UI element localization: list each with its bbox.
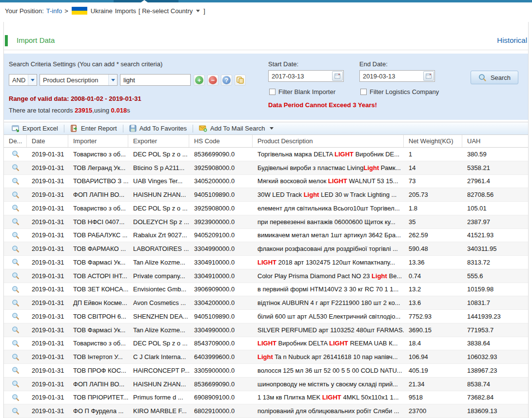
table-row[interactable]: 2019-01-31ТОВ Легранд Ук...Bticino S p A… <box>4 161 528 175</box>
importer-cell: ФОП ЛАПІН ВО... <box>68 380 128 388</box>
detail-magnifier-icon[interactable] <box>12 299 20 307</box>
uah-cell: 27961.4 <box>462 177 528 185</box>
detail-magnifier-icon[interactable] <box>12 285 20 293</box>
uah-cell: 8538.74 <box>462 380 528 388</box>
description-text: Color Play Prisma Diamond Pact NO 23 <box>257 272 372 280</box>
reselect-country-link[interactable]: [ Re-select Country <box>138 7 193 15</box>
description-cell: волосся 125 мл 36 шт 52 00 5 5 00 COLD N… <box>253 367 404 374</box>
description-text: шинопроводу не містять у своєму складі п… <box>257 380 398 388</box>
table-row[interactable]: 2019-01-31ТОВ Інтертоп У...C J Clark Int… <box>4 350 528 364</box>
table-row[interactable]: 2019-01-31ТОВ Фармасі Ук...Tan Alize Koz… <box>4 323 528 337</box>
table-row[interactable]: 2019-01-31ТОВ СВІТРОН 6...SHENZHEN DEA..… <box>4 310 528 323</box>
detail-cell <box>4 285 27 293</box>
green-accent-bar <box>5 35 8 46</box>
detail-cell <box>4 177 27 185</box>
hscode-cell: 6403999600.0 <box>189 353 253 361</box>
importer-cell: ТОВ Легранд Ук... <box>68 164 128 171</box>
table-row[interactable]: 2019-01-31ТОВ ПРОФ КОС...HAIRCONCEPT P..… <box>4 364 528 378</box>
add-mail-search-button[interactable]: Add To Mail Search <box>195 122 277 134</box>
ukraine-flag-icon <box>72 7 87 15</box>
save-criteria-button[interactable] <box>235 75 246 86</box>
table-row[interactable]: 2019-01-31ТОВ Фармасі Ук...Tan Alize Koz… <box>4 256 528 269</box>
home-link[interactable]: T-info <box>46 7 62 15</box>
detail-magnifier-icon[interactable] <box>12 164 20 171</box>
search-button-label: Search <box>491 74 511 81</box>
table-row[interactable]: 2019-01-31ФОП ЛАПІН ВО...HAISHUN ZHAN...… <box>4 378 528 391</box>
start-date-field[interactable]: 2017-03-13 <box>268 70 344 82</box>
netweight-cell: 1.8 <box>404 205 462 212</box>
detail-magnifier-icon[interactable] <box>12 353 20 361</box>
col-header-description[interactable]: Product Description <box>253 135 404 147</box>
col-header-hscode[interactable]: HS Code <box>189 135 253 147</box>
col-header-exporter[interactable]: Exporter <box>128 135 189 147</box>
detail-magnifier-icon[interactable] <box>12 272 20 280</box>
detail-magnifier-icon[interactable] <box>12 312 20 320</box>
importer-cell: Товариство з об... <box>68 151 128 158</box>
records-time: 0.018 <box>111 107 127 114</box>
remove-criteria-button[interactable]: − <box>207 75 218 86</box>
export-excel-button[interactable]: Export Excel <box>8 122 62 134</box>
search-field-select[interactable]: Product Description <box>39 74 118 86</box>
description-text: полірований для облицювальних робіт Сляб… <box>257 407 399 415</box>
enter-report-button[interactable]: Enter Report <box>66 122 121 134</box>
table-row[interactable]: 2019-01-31ТОВ ФАРМАКО ...LABORATOIRES ..… <box>4 242 528 256</box>
col-header-importer[interactable]: Importer <box>68 135 128 147</box>
detail-magnifier-icon[interactable] <box>12 218 20 226</box>
table-row[interactable]: 2019-01-31ФОП ЛАПІН ВО...HAISHUN ZHAN...… <box>4 188 528 202</box>
end-date-field[interactable]: 2019-03-13 <box>359 70 435 82</box>
table-row[interactable]: 2019-01-31ТОВ НФСІ 0407...DOLEZYCH Sp z … <box>4 215 528 229</box>
table-row[interactable]: 2019-01-31Товариство з об...DEC POL Sp z… <box>4 337 528 351</box>
table-row[interactable]: 2019-01-31Товариство з об...DEC POL Sp z… <box>4 148 528 161</box>
table-row[interactable]: 2019-01-31ДП Ейвон Косме...Avon Cosmetic… <box>4 296 528 310</box>
importer-cell: ФО П Фурдела ... <box>68 407 128 415</box>
col-header-netweight[interactable]: Net Weight(KG) <box>404 135 462 147</box>
detail-cell <box>4 299 27 307</box>
detail-magnifier-icon[interactable] <box>12 326 20 334</box>
detail-magnifier-icon[interactable] <box>12 380 20 388</box>
table-row[interactable]: 2019-01-31ТОВ АСТОРІ ІНТ...Private compa… <box>4 269 528 283</box>
logic-operator-select[interactable]: AND <box>9 74 37 86</box>
date-cell: 2019-01-31 <box>27 367 68 374</box>
detail-magnifier-icon[interactable] <box>12 204 20 212</box>
detail-magnifier-icon[interactable] <box>12 394 20 401</box>
help-button[interactable]: ? <box>221 75 232 86</box>
detail-magnifier-icon[interactable] <box>12 191 20 199</box>
chevron-down-icon[interactable] <box>196 10 200 12</box>
description-text: Рамк... <box>379 164 401 171</box>
detail-magnifier-icon[interactable] <box>12 150 20 158</box>
detail-magnifier-icon[interactable] <box>12 231 20 239</box>
col-header-date[interactable]: Date <box>27 135 68 147</box>
keyword-input[interactable] <box>120 74 191 86</box>
table-row[interactable]: 2019-01-31ТОВ РАБАЛУКС ...Rabalux Zrt 90… <box>4 229 528 243</box>
keyword-highlight: Light <box>372 272 387 280</box>
detail-magnifier-icon[interactable] <box>12 366 20 374</box>
table-row[interactable]: 2019-01-31ФО П Фурдела ...KIRO MARBLE F.… <box>4 404 528 418</box>
question-icon: ? <box>222 76 231 84</box>
add-favorites-button[interactable]: Add To Favorites <box>125 122 191 134</box>
uah-cell: 10159.98 <box>462 285 528 293</box>
table-row[interactable]: 2019-01-31ТОВ ЗЕТ КОНСА...Envisiontec Gm… <box>4 283 528 297</box>
table-row[interactable]: 2019-01-31ТОВ ПРІОРИТЕТ...Primus forme d… <box>4 391 528 405</box>
historical-link[interactable]: Historical <box>497 36 527 44</box>
table-row[interactable]: 2019-01-31Товариство з об...DEC POL Sp z… <box>4 202 528 215</box>
exporter-cell: Rabalux Zrt 9027... <box>128 231 189 239</box>
calendar-icon[interactable] <box>423 71 434 81</box>
filter-logistics-checkbox[interactable] <box>360 89 367 95</box>
detail-cell <box>4 326 27 334</box>
detail-magnifier-icon[interactable] <box>12 177 20 185</box>
table-row[interactable]: 2019-01-31ТОВАРИСТВО З ...UAB Vinges Ter… <box>4 175 528 189</box>
date-cell: 2019-01-31 <box>27 380 68 388</box>
col-header-detail[interactable]: De... <box>4 135 27 147</box>
calendar-icon[interactable] <box>332 71 343 81</box>
filter-blank-importer-checkbox[interactable] <box>269 89 276 95</box>
detail-magnifier-icon[interactable] <box>12 258 20 266</box>
add-criteria-button[interactable]: + <box>194 75 205 86</box>
detail-magnifier-icon[interactable] <box>12 407 20 415</box>
search-button[interactable]: Search <box>471 71 518 84</box>
date-cell: 2019-01-31 <box>27 164 68 171</box>
col-header-uah[interactable]: UAH <box>462 135 528 147</box>
detail-magnifier-icon[interactable] <box>12 340 20 347</box>
detail-cell <box>4 191 27 199</box>
description-cell: SILVER PERFUMED арт 1103252 480шт FARMAS… <box>253 326 404 334</box>
detail-magnifier-icon[interactable] <box>12 245 20 253</box>
